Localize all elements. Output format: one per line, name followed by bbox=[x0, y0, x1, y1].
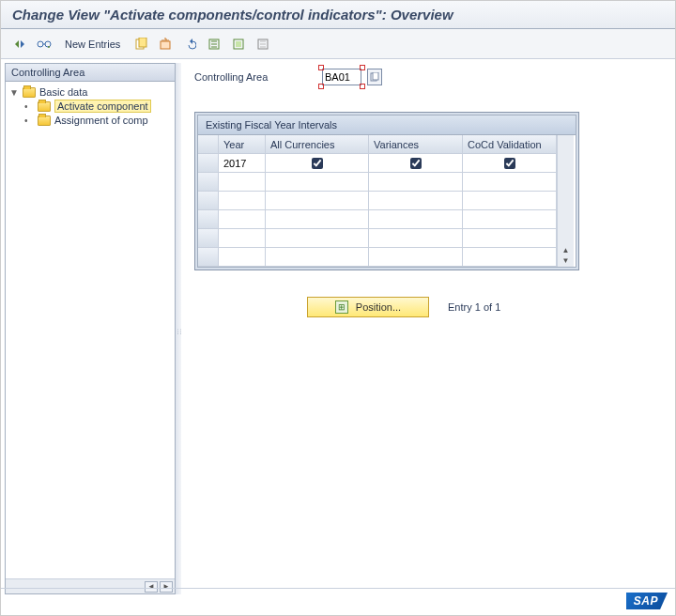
nav-scrollbar: ◄ ► bbox=[6, 578, 175, 593]
empty-cell[interactable] bbox=[369, 192, 463, 210]
empty-cell[interactable] bbox=[219, 210, 266, 229]
folder-icon bbox=[23, 87, 36, 98]
empty-cell[interactable] bbox=[219, 173, 266, 192]
tree-item-assignment[interactable]: • Assignment of comp bbox=[6, 114, 175, 127]
content-area: Controlling Area Existing Fiscal Year In… bbox=[181, 59, 675, 594]
nav-header: Controlling Area bbox=[6, 64, 175, 82]
scroll-right-icon[interactable]: ► bbox=[160, 581, 173, 593]
toolbar: New Entries bbox=[1, 29, 675, 59]
empty-cell[interactable] bbox=[369, 173, 463, 192]
svg-rect-5 bbox=[161, 41, 170, 49]
col-variances[interactable]: Variances bbox=[369, 135, 463, 154]
page-title: Change View "Activate components/control… bbox=[12, 7, 453, 23]
empty-cell[interactable] bbox=[463, 192, 557, 210]
scroll-up-icon[interactable]: ▲ bbox=[562, 246, 570, 254]
delete-icon[interactable] bbox=[156, 35, 175, 54]
svg-point-1 bbox=[45, 41, 51, 47]
row-selector[interactable] bbox=[198, 210, 219, 229]
collapse-icon[interactable]: ▼ bbox=[9, 87, 19, 98]
svg-rect-11 bbox=[373, 72, 378, 80]
svg-rect-4 bbox=[139, 38, 146, 47]
svg-rect-8 bbox=[236, 41, 241, 47]
tree-item-label: Assignment of comp bbox=[54, 115, 148, 126]
empty-cell[interactable] bbox=[463, 173, 557, 192]
position-row: ⊞ Position... Entry 1 of 1 bbox=[307, 297, 662, 317]
empty-cell[interactable] bbox=[266, 248, 369, 267]
folder-icon bbox=[38, 116, 51, 126]
empty-cell[interactable] bbox=[219, 192, 266, 210]
empty-cell[interactable] bbox=[266, 173, 369, 192]
controlling-area-label: Controlling Area bbox=[194, 71, 316, 83]
svg-point-0 bbox=[38, 41, 43, 47]
value-help-icon[interactable] bbox=[367, 69, 382, 85]
row-selector[interactable] bbox=[198, 229, 219, 248]
col-cocd-validation[interactable]: CoCd Validation bbox=[463, 135, 557, 154]
cell-year[interactable]: 2017 bbox=[219, 154, 266, 173]
row-selector[interactable] bbox=[198, 173, 219, 192]
col-all-currencies[interactable]: All Currencies bbox=[266, 135, 369, 154]
empty-cell[interactable] bbox=[266, 210, 369, 229]
cell-variances bbox=[369, 154, 463, 173]
vscroll: ▲ ▼ bbox=[557, 135, 574, 267]
table-title: Existing Fiscal Year Intervals bbox=[197, 115, 576, 134]
select-block-icon[interactable] bbox=[229, 35, 248, 54]
position-button[interactable]: ⊞ Position... bbox=[307, 297, 429, 317]
toggle-icon[interactable] bbox=[10, 35, 29, 54]
bullet-icon: • bbox=[24, 101, 34, 112]
deselect-all-icon[interactable] bbox=[254, 35, 272, 54]
empty-cell[interactable] bbox=[219, 229, 266, 248]
nav-tree: ▼ Basic data • Activate component • Assi… bbox=[6, 82, 175, 578]
entry-count: Entry 1 of 1 bbox=[448, 301, 500, 313]
empty-cell[interactable] bbox=[219, 248, 266, 267]
cell-cocd-validation bbox=[463, 154, 557, 173]
tree-root[interactable]: ▼ Basic data bbox=[6, 85, 175, 99]
row-select-header[interactable] bbox=[198, 135, 219, 154]
status-separator bbox=[1, 588, 675, 589]
scroll-down-icon[interactable]: ▼ bbox=[562, 256, 570, 265]
sap-logo: SAP bbox=[626, 593, 668, 609]
controlling-area-input[interactable] bbox=[322, 69, 361, 85]
tree-item-label: Activate component bbox=[54, 100, 151, 113]
tree-item-activate[interactable]: • Activate component bbox=[6, 99, 175, 114]
tree-root-label: Basic data bbox=[39, 86, 87, 98]
title-bar: Change View "Activate components/control… bbox=[1, 1, 675, 29]
glasses-icon[interactable] bbox=[35, 35, 54, 54]
svg-point-2 bbox=[48, 46, 50, 48]
empty-cell[interactable] bbox=[266, 192, 369, 210]
main-area: Controlling Area ▼ Basic data • Activate… bbox=[1, 59, 675, 594]
select-all-icon[interactable] bbox=[205, 35, 223, 54]
empty-cell[interactable] bbox=[369, 210, 463, 229]
row-selector[interactable] bbox=[198, 192, 219, 210]
col-year[interactable]: Year bbox=[219, 135, 266, 154]
all-currencies-checkbox[interactable] bbox=[312, 158, 323, 169]
folder-icon bbox=[38, 101, 51, 112]
nav-panel: Controlling Area ▼ Basic data • Activate… bbox=[5, 63, 176, 594]
position-label: Position... bbox=[356, 301, 401, 313]
bullet-icon: • bbox=[24, 116, 34, 126]
table-grid: Year All Currencies Variances CoCd Valid… bbox=[197, 134, 576, 268]
variances-checkbox[interactable] bbox=[410, 158, 422, 169]
controlling-area-field-row: Controlling Area bbox=[194, 69, 662, 85]
copy-icon[interactable] bbox=[131, 35, 150, 54]
empty-cell[interactable] bbox=[463, 210, 557, 229]
undo-icon[interactable] bbox=[180, 35, 199, 54]
cell-all-currencies bbox=[266, 154, 369, 173]
scroll-left-icon[interactable]: ◄ bbox=[145, 581, 158, 593]
empty-cell[interactable] bbox=[369, 229, 463, 248]
row-selector[interactable] bbox=[198, 248, 219, 267]
position-icon: ⊞ bbox=[335, 300, 348, 314]
cocd-validation-checkbox[interactable] bbox=[504, 158, 515, 169]
empty-cell[interactable] bbox=[369, 248, 463, 267]
new-entries-button[interactable]: New Entries bbox=[59, 38, 126, 50]
empty-cell[interactable] bbox=[463, 229, 557, 248]
empty-cell[interactable] bbox=[463, 248, 557, 267]
fiscal-year-table: Existing Fiscal Year Intervals Year All … bbox=[194, 112, 579, 270]
empty-cell[interactable] bbox=[266, 229, 369, 248]
row-selector[interactable] bbox=[198, 154, 219, 173]
